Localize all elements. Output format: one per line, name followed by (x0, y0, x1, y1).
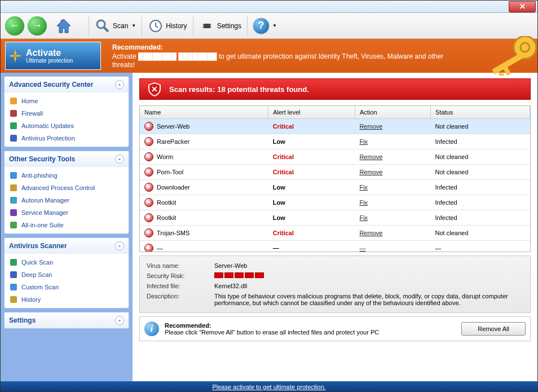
panel-header-settings[interactable]: Settings « (5, 312, 129, 328)
chevron-down-icon: ▼ (131, 23, 136, 28)
sidebar-item[interactable]: Advanced Process Control (8, 182, 125, 194)
table-row[interactable]: DownloaderLowFixInfected (140, 180, 530, 195)
svg-rect-23 (10, 271, 17, 278)
threat-icon (144, 198, 153, 207)
status-cell: Infected (431, 134, 530, 149)
status-cell: Infected (431, 180, 530, 195)
recommendation-bar: i Recommended: Please click "Remove All"… (139, 316, 531, 341)
action-link[interactable]: Remove (359, 153, 382, 160)
column-header[interactable]: Action (355, 106, 430, 119)
svg-rect-15 (10, 122, 17, 129)
sidebar-item-label: Home (21, 98, 38, 104)
table-row[interactable]: RarePackerLowFixInfected (140, 134, 530, 149)
svg-rect-21 (10, 222, 17, 228)
panel-title: Antivirus Scanner (9, 242, 67, 250)
sidebar-item[interactable]: Autorun Manager (8, 194, 125, 206)
status-footer: Please activate to get ultimate protecti… (1, 381, 537, 392)
threat-details-panel: Virus name:Server-Web Security Risk: Inf… (139, 256, 531, 313)
table-row[interactable]: WormCriticalRemoveNot cleaned (140, 149, 530, 165)
alert-level: — (268, 241, 355, 253)
panel-title: Advanced Security Center (9, 81, 93, 89)
activate-subtitle: Ultimate protection (26, 58, 73, 64)
sidebar-item[interactable]: Service Manager (8, 206, 125, 219)
action-link[interactable]: Remove (359, 123, 382, 130)
threats-table-wrap[interactable]: NameAlert levelActionStatus Server-WebCr… (139, 105, 531, 252)
sidebar-item-label: All-in-one Suite (21, 222, 64, 228)
panel-header-security-center[interactable]: Advanced Security Center « (5, 77, 129, 93)
action-link[interactable]: — (359, 245, 365, 252)
history-button[interactable]: History (142, 16, 192, 36)
table-row[interactable]: Porn-ToolCriticalRemoveNot cleaned (140, 165, 530, 180)
svg-text:✕: ✕ (151, 85, 158, 94)
close-window-button[interactable]: ✕ (509, 1, 536, 12)
action-link[interactable]: Remove (359, 230, 382, 236)
table-row[interactable]: Server-WebCriticalRemoveNot cleaned (140, 119, 530, 134)
svg-rect-22 (10, 259, 17, 266)
sidebar-item[interactable]: Deep Scan (8, 268, 125, 281)
sidebar-item[interactable]: Automatic Updates (8, 120, 125, 132)
column-header[interactable]: Alert level (268, 106, 355, 119)
bottom-rec-label: Recommended: (165, 322, 211, 329)
svg-rect-3 (204, 24, 210, 28)
promo-label: Recommended: (112, 43, 163, 51)
status-cell: Not cleaned (431, 165, 530, 180)
chevron-down-icon: ▼ (272, 23, 277, 28)
svg-rect-17 (10, 172, 17, 179)
sidebar-item-label: Automatic Updates (21, 122, 74, 129)
search-icon (95, 18, 111, 34)
sidebar-item[interactable]: Firewall (8, 107, 125, 120)
column-header[interactable]: Status (431, 106, 530, 119)
remove-all-button[interactable]: Remove All (461, 322, 526, 336)
action-link[interactable]: Fix (359, 138, 368, 145)
threat-icon (144, 244, 153, 252)
status-cell: Infected (431, 195, 530, 210)
window-titlebar: ✕ (1, 1, 537, 13)
sidebar-item[interactable]: All-in-one Suite (8, 219, 125, 231)
panel-header-other-tools[interactable]: Other Security Tools « (5, 151, 129, 167)
threat-name: RarePacker (157, 138, 189, 145)
panel-header-antivirus-scanner[interactable]: Antivirus Scanner « (5, 238, 129, 254)
action-link[interactable]: Remove (359, 169, 382, 175)
back-button[interactable]: ← (5, 16, 24, 36)
svg-rect-18 (10, 184, 17, 191)
sidebar-item[interactable]: Home (8, 95, 125, 107)
help-menu-button[interactable]: ?▼ (247, 16, 283, 36)
sidebar-item[interactable]: History (8, 293, 125, 306)
sidebar-item-label: Firewall (21, 110, 43, 117)
table-row[interactable]: Trojan-SMSCriticalRemoveNot cleaned (140, 226, 530, 241)
svg-point-0 (97, 20, 105, 28)
sidebar-item[interactable]: Quick Scan (8, 256, 125, 268)
main-toolbar: ← → Scan▼ History Settings ?▼ (1, 13, 537, 39)
sidebar-item-label: Advanced Process Control (21, 184, 95, 191)
status-cell: Not cleaned (431, 119, 530, 134)
alert-level: Critical (268, 165, 355, 180)
alert-level: Low (268, 195, 355, 210)
footer-activate-link[interactable]: Please activate to get ultimate protecti… (212, 384, 325, 390)
threat-name: Rootkit (157, 214, 176, 221)
panel-title: Other Security Tools (9, 155, 75, 163)
action-link[interactable]: Fix (359, 184, 368, 191)
home-icon-button[interactable] (55, 17, 73, 35)
threat-name: Porn-Tool (157, 169, 183, 175)
svg-line-1 (104, 27, 108, 32)
threat-icon (144, 168, 153, 177)
activate-button[interactable]: Activate Ultimate protection (5, 42, 101, 70)
settings-button[interactable]: Settings (193, 16, 247, 36)
alert-level: Critical (268, 119, 355, 134)
action-link[interactable]: Fix (359, 199, 368, 206)
forward-button[interactable]: → (28, 16, 47, 36)
table-row[interactable]: RootkitLowFixInfected (140, 210, 530, 226)
promo-banner: Activate Ultimate protection Recommended… (1, 39, 537, 73)
action-link[interactable]: Fix (359, 214, 368, 221)
alert-text: Scan results: 18 potential threats found… (169, 85, 309, 94)
column-header[interactable]: Name (140, 106, 268, 119)
sidebar-item[interactable]: Custom Scan (8, 281, 125, 293)
table-row[interactable]: ———— (140, 241, 530, 253)
sidebar-item[interactable]: Antivirus Protection (8, 132, 125, 144)
panel-title: Settings (9, 316, 36, 324)
threat-icon (144, 152, 153, 161)
scan-menu-button[interactable]: Scan▼ (89, 16, 142, 36)
sidebar-item[interactable]: Anti-phishing (8, 169, 125, 182)
table-row[interactable]: RootkitLowFixInfected (140, 195, 530, 210)
desc-label: Description: (147, 293, 214, 306)
